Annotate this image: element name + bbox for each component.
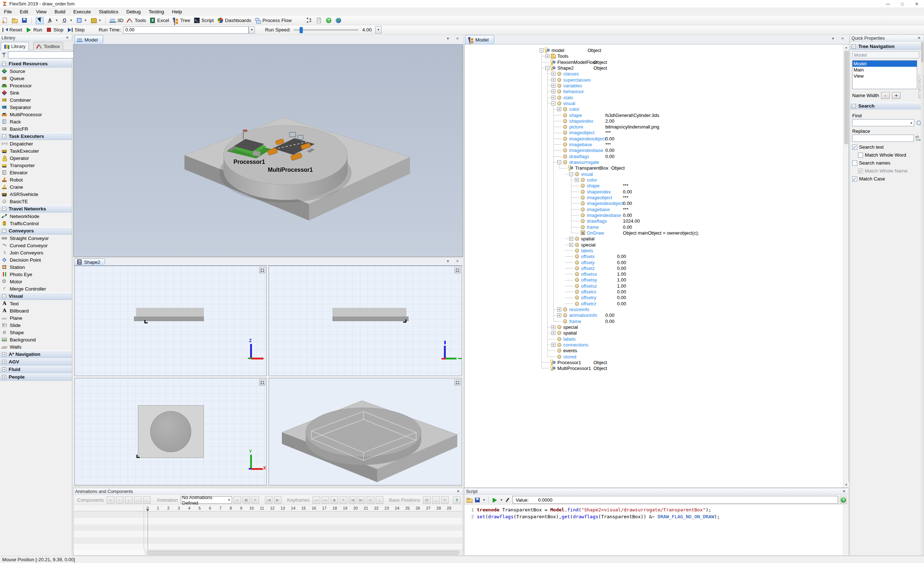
tab-shape2[interactable]: Shape2 [74, 258, 105, 265]
search-section-header[interactable]: − Search [850, 102, 924, 109]
run-time-input[interactable] [123, 26, 249, 34]
collapse-icon[interactable]: − [569, 172, 573, 176]
tree-node-imageobject[interactable]: imageobject*** [465, 130, 849, 136]
viewport-perspective[interactable] [268, 378, 462, 485]
tree-node-offsetry[interactable]: offsetry0.00 [465, 295, 849, 301]
add-keyframe-button[interactable]: +• [313, 496, 320, 504]
library-item-transporter[interactable]: Transporter [0, 162, 72, 169]
tree-node-special[interactable]: +special [465, 242, 849, 248]
close-view-icon[interactable]: ✕ [840, 37, 845, 40]
open-button[interactable] [10, 16, 20, 25]
chevron-down-icon[interactable]: ▼ [84, 19, 87, 22]
web-button[interactable] [333, 16, 343, 25]
tab-model-3d[interactable]: Model [74, 35, 103, 44]
script-open-icon[interactable] [466, 497, 472, 503]
library-section-agv[interactable]: +AGV [0, 358, 72, 365]
save-button[interactable] [20, 16, 29, 25]
tree-node-Processor1[interactable]: Processor1Object [465, 359, 849, 365]
library-item-multiprocessor[interactable]: MultiProcessor [0, 111, 72, 118]
tree-node-Tools[interactable]: +Tools [465, 53, 849, 59]
close-button[interactable]: ✕ [910, 0, 924, 8]
maximize-button[interactable]: □ [895, 0, 910, 8]
tree-node-imageindexbase[interactable]: imageindexbase0.00 [465, 147, 849, 153]
tree-node-frame[interactable]: frame0.00 [465, 318, 849, 325]
tree-node-superclasses[interactable]: +superclasses [465, 77, 849, 83]
tab-toolbox[interactable]: Toolbox [33, 42, 63, 50]
code-line-1[interactable]: 1treenode TransparentBox = Model.find("S… [465, 507, 843, 514]
tree-nav-item-view[interactable]: View [852, 73, 917, 79]
move-down-button[interactable]: ↓ [125, 496, 132, 504]
connect-ports-button[interactable]: ▼ [60, 16, 74, 25]
menu-view[interactable]: View [32, 8, 51, 16]
expand-icon[interactable]: + [552, 72, 555, 76]
expand-icon[interactable]: + [552, 331, 555, 335]
prev-keyframe-button[interactable]: |◀ [349, 496, 356, 504]
library-item-sink[interactable]: Sink [0, 89, 72, 96]
tree-node-imageindexbase[interactable]: imageindexbase0.00 [465, 212, 849, 219]
collapse-icon[interactable]: − [2, 294, 6, 298]
library-item-elevator[interactable]: Elevator [0, 169, 72, 176]
chevron-down-icon[interactable]: ▼ [99, 19, 101, 22]
maximize-viewport-button[interactable] [259, 267, 265, 273]
library-item-crane[interactable]: Crane [0, 183, 72, 190]
close-view-icon[interactable]: ✕ [454, 259, 460, 263]
model-tree[interactable]: −modelObject+ToolsFlexsimModelFloorObjec… [464, 44, 849, 488]
tab-list-dropdown-icon[interactable]: ▼ [445, 37, 451, 40]
tree-node-shapeindex[interactable]: shapeindex2.00 [465, 118, 849, 124]
tree-node-drawsurrogate[interactable]: −drawsurrogate [465, 159, 849, 165]
tree-node-frame[interactable]: frame0.00 [465, 224, 849, 230]
collapse-icon[interactable]: − [540, 48, 544, 52]
script-save-icon[interactable] [474, 497, 480, 503]
play-animation-button[interactable]: ▶ [274, 496, 282, 504]
script-close-icon[interactable]: ✕ [841, 489, 847, 494]
new-model-button[interactable] [0, 16, 10, 25]
go-start-button[interactable]: |◀ [265, 496, 273, 504]
tree-node-imageindexobject[interactable]: imageindexobject0.00 [465, 136, 849, 142]
tree-node-TransparentBox[interactable]: TransparentBoxObject [465, 165, 849, 171]
library-item-walls[interactable]: Walls [0, 343, 72, 350]
expand-icon[interactable]: + [552, 78, 555, 82]
sort-button[interactable]: ↕ [376, 496, 383, 504]
close-view-icon[interactable]: ✕ [454, 37, 460, 40]
run-speed-slider-handle[interactable] [300, 27, 303, 33]
tree-node-offsetsz[interactable]: offsetsz1.00 [465, 283, 849, 289]
menu-help[interactable]: Help [168, 8, 186, 16]
library-section-people[interactable]: +People [0, 373, 72, 381]
library-section-fluid[interactable]: +Fluid [0, 365, 72, 373]
tree-node-shapeindex[interactable]: shapeindex0.00 [465, 189, 849, 195]
checkbox-search-names[interactable] [852, 160, 857, 166]
model-3d-viewport[interactable]: Processor1 MultiProcessor1 [73, 44, 463, 257]
tree-node-variables[interactable]: +variables [465, 82, 849, 89]
library-item-curved-conveyor[interactable]: Curved Conveyor [0, 242, 72, 249]
library-section-fixed-resources[interactable]: −Fixed Resources [0, 60, 72, 67]
library-item-straight-conveyor[interactable]: Straight Conveyor [0, 235, 72, 242]
library-item-basicfr[interactable]: BasicFR [0, 125, 72, 132]
connect-objects-button[interactable]: ▼ [45, 16, 60, 25]
keyframe-options-button[interactable]: ◆ [331, 496, 338, 504]
library-item-motor[interactable]: Motor [0, 278, 72, 285]
tree-node-labels[interactable]: labels [465, 336, 849, 342]
tree-node-drawflags[interactable]: drawflags0.00 [465, 153, 849, 160]
quick-properties-close-icon[interactable]: ✕ [916, 36, 922, 40]
menu-edit[interactable]: Edit [16, 8, 32, 16]
expand-icon[interactable]: + [569, 243, 573, 247]
name-width-minus-button[interactable]: - [881, 92, 890, 99]
tree-node-special[interactable]: +special [465, 324, 849, 330]
tab-library[interactable]: Library [1, 42, 29, 51]
menu-build[interactable]: Build [51, 8, 69, 16]
expand-icon[interactable]: + [569, 237, 573, 241]
treasure-tool-button[interactable]: ▼ [89, 16, 103, 25]
viewport-side[interactable] [268, 266, 462, 376]
script-run-icon[interactable] [492, 497, 498, 503]
expand-icon[interactable]: + [557, 107, 561, 111]
next-keyframe-button[interactable]: ▶| [358, 496, 365, 504]
library-filter-input[interactable] [8, 51, 75, 58]
minimize-button[interactable]: — [880, 0, 895, 8]
run-speed-dropdown-button[interactable]: ▼ [375, 26, 381, 34]
chevron-down-icon[interactable]: ▼ [55, 19, 58, 22]
mini-tree-button[interactable] [304, 16, 314, 25]
tree-node-Shape2[interactable]: −Shape2Object [465, 65, 849, 71]
tree-node-classes[interactable]: +classes [465, 71, 849, 77]
tree-nav-name-input[interactable] [852, 51, 919, 58]
tree-node-events[interactable]: events [465, 347, 849, 354]
